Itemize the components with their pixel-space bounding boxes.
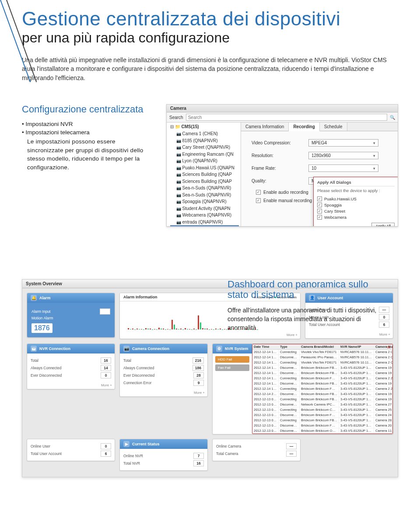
page-subtitle: per una più rapida configurazione — [22, 30, 398, 46]
dialog-option-label: Spoaggia — [324, 203, 342, 207]
enable-manual-label: Enable manual recording — [263, 198, 312, 203]
apply-all-dialog: Apply All Dialogs Please select the devi… — [313, 177, 398, 227]
dialog-checkbox[interactable] — [317, 196, 322, 201]
camera-icon: 📷 — [123, 346, 130, 352]
log-row[interactable]: 2012-12-14 11:18:19DisconnectedBrickcom … — [252, 381, 392, 386]
current-status-card: ▶Current Status Online NVR7 Total NVR16 — [119, 439, 208, 471]
intro-paragraph: Una delle attività più impegnative nelle… — [22, 56, 394, 82]
tree-item[interactable]: Puako.Hawaii.US (QNAPN — [170, 164, 239, 172]
log-row[interactable]: 2012-12-13 07:04:20ConnectingBrickcom Br… — [252, 418, 392, 423]
enable-audio-checkbox[interactable] — [256, 190, 261, 195]
tab-schedule[interactable]: Schedule — [320, 122, 347, 131]
tab-recording[interactable]: Recording — [289, 122, 319, 131]
dialog-option-label: Webcamera — [324, 215, 346, 220]
apply-all-button[interactable]: Apply All — [371, 223, 395, 227]
tree-item[interactable]: Webcamera (QNAPNVR) — [170, 212, 239, 219]
section1-para: Le impostazioni possono essere sincroniz… — [27, 137, 153, 172]
dialog-message: Please select the device to apply : — [317, 188, 395, 193]
tree-item[interactable]: Sciences Building (QNAP — [170, 171, 239, 178]
more-link[interactable]: More + — [305, 332, 393, 338]
tree-item[interactable]: Sciences Building (QNAP — [170, 178, 239, 185]
gear-icon: ⚙ — [216, 346, 222, 352]
log-row[interactable]: 2012-12-14 10:13:7DisconnectedPanasonic … — [252, 355, 392, 360]
tree-item[interactable]: 8185 (QNAPNVR) — [170, 137, 239, 144]
tree-item[interactable]: Sea-n-Suds (QNAPNVR) — [170, 185, 239, 192]
log-row[interactable]: 2012-12-14 10:09:12DisconnectingBrickcom… — [252, 365, 392, 371]
more-link[interactable]: More + — [120, 390, 207, 396]
dialog-checkbox[interactable] — [317, 215, 322, 220]
camera-connection-card: 📷Camera Connection Total216 Always Conne… — [119, 343, 208, 397]
log-row[interactable]: 2012-12-14 11:28:19ConnectingBrickcom Br… — [252, 376, 392, 381]
tree-item[interactable]: Camera 1 (CHEN) — [170, 130, 239, 137]
enable-manual-checkbox[interactable] — [256, 198, 261, 203]
log-row[interactable]: 2012-12-13 07:04:20DisconnectedBrickcom … — [252, 413, 392, 418]
log-row[interactable]: 2012-12-13 07:04:18DisconnectedBrickcom … — [252, 428, 392, 434]
video-compression-select[interactable]: MPEG4 — [308, 139, 378, 147]
tree-item[interactable]: opcional (QNAPNVR) — [170, 225, 239, 227]
tree-item[interactable]: Engineering Ramcam (QN — [170, 151, 239, 158]
search-icon[interactable]: 🔍 — [390, 115, 395, 120]
section2-heading: Dashboard con panoramica sullo stato di … — [228, 279, 389, 300]
dialog-checkbox[interactable] — [317, 203, 322, 207]
log-row[interactable]: 2012-12-14 10:56:26ConnectingBrickcom Br… — [252, 386, 392, 392]
log-row[interactable]: 2012-12-14 10:04:20ConnectingVivotek Viv… — [252, 360, 392, 365]
log-row[interactable]: 2012-12-13 08:28:23ConnectingBrickcom Br… — [252, 397, 392, 402]
enable-audio-label: Enable audio recording — [263, 190, 308, 195]
dialog-option-label: Puako.Hawaii.US — [324, 196, 357, 201]
log-row[interactable]: 2012-12-13 07:04:18DisconnectedBrickcom … — [252, 423, 392, 428]
more-link[interactable]: More + — [27, 382, 115, 389]
resolution-label: Resolution: — [252, 153, 308, 158]
more-link[interactable]: More + — [120, 332, 300, 339]
tree-root[interactable]: CMS(15) — [170, 124, 239, 129]
tree-item[interactable]: Lyon (QNAPNVR) — [170, 158, 239, 164]
dialog-title: Apply All Dialogs — [317, 180, 395, 186]
server-icon: 🖴 — [31, 346, 37, 352]
tree-item[interactable]: Student Activity (QNAPN — [170, 205, 239, 212]
tree-item[interactable]: Sea-n-Suds (QNAPNVR) — [170, 192, 239, 199]
bullet-nvr: Impostazioni NVR — [22, 121, 153, 127]
frame-rate-label: Frame Rate: — [252, 166, 308, 171]
nvr-system-card: ⚙NVR System HDD Fail Fan Fail ✕ Date Tim… — [212, 343, 393, 434]
panel-title: Camera — [167, 105, 398, 112]
bullet-camera: Impostazioni telecamera — [22, 129, 153, 136]
bell-icon: 🔔 — [31, 295, 37, 301]
camera-tree[interactable]: CMS(15) Camera 1 (CHEN)8185 (QNAPNVR)Car… — [167, 122, 241, 227]
dialog-option-label: Cary Street — [324, 209, 345, 214]
chart-icon: ▶ — [123, 441, 130, 447]
dialog-checkbox[interactable] — [317, 209, 322, 214]
log-row[interactable]: 2012-12-14 11:28:19DisconnectedBrickcom … — [252, 371, 392, 376]
resolution-select[interactable]: 1280x960 — [308, 152, 378, 159]
log-row[interactable]: 2012-12-14 10:17:59ConnectingVivotek Viv… — [252, 350, 392, 355]
frame-rate-select[interactable]: 10 — [308, 164, 378, 172]
tab-camera-info[interactable]: Camera Information — [241, 122, 289, 131]
alarm-card: 🔔Alarm Alarm Input8 Motion Alarm 1876 — [27, 293, 115, 338]
current-status-user: Online User0 Total User Account6 — [27, 439, 115, 461]
quality-label: Quality: — [252, 178, 308, 183]
log-row[interactable]: 2012-12-13 08:28:23DisconnectedNetwork C… — [252, 402, 392, 407]
search-label: Search — [169, 115, 183, 120]
log-row[interactable]: 2012-12-14 21:48:19DisconnectedBrickcom … — [252, 392, 392, 397]
close-icon[interactable]: ✕ — [387, 345, 391, 350]
section1-heading: Configurazione centralizzata — [22, 104, 153, 115]
hdd-fail-badge: HDD Fail — [215, 356, 249, 363]
current-status-camera: Online Camera— Total Camera— — [212, 439, 301, 461]
video-compression-label: Video Compression: — [252, 140, 308, 145]
camera-config-panel: Camera Search 🔍 CMS(15) Camera 1 (CHEN)8… — [166, 104, 398, 227]
page-title: Gestione centralizzata dei dispositivi — [22, 9, 398, 29]
connection-log-table[interactable]: ✕ Date TimeTypeCamera Brand/ModelNVR Nam… — [252, 344, 393, 434]
alarm-bar-chart — [120, 301, 300, 332]
tree-item[interactable]: Spoaggia (QNAPNVR) — [170, 198, 239, 205]
nvr-connection-card: 🖴NVR Connection Total16 Always Connected… — [27, 343, 115, 389]
motion-alarm-count: 1876 — [32, 323, 52, 333]
search-input[interactable] — [186, 114, 387, 121]
tree-item[interactable]: Cary Street (QNAPNVR) — [170, 144, 239, 151]
fan-fail-badge: Fan Fail — [215, 364, 249, 371]
log-row[interactable]: 2012-12-13 07:58:19ConnectingBrickcom Br… — [252, 407, 392, 413]
tree-item[interactable]: entrada (QNAPNVR) — [170, 219, 239, 226]
